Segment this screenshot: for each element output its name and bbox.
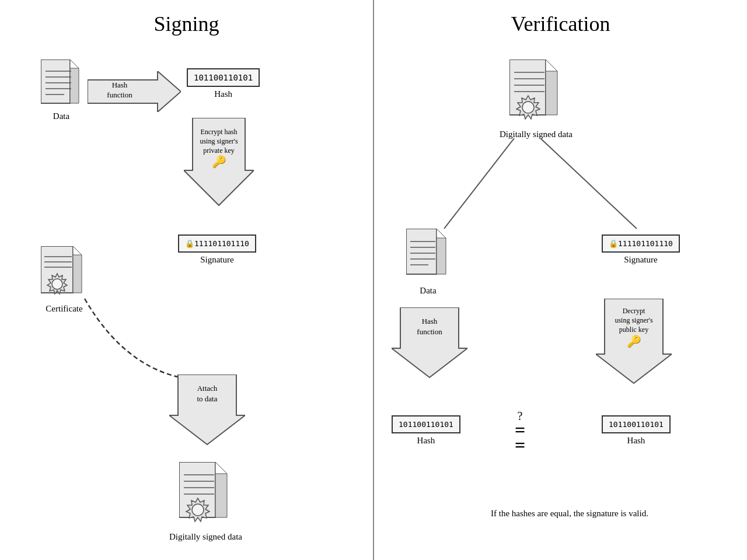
signing-title: Signing <box>12 12 361 36</box>
v-signed-doc-icon <box>509 60 562 124</box>
svg-text:to data: to data <box>197 394 217 403</box>
signing-sig-bits: 111101101110 <box>194 239 249 248</box>
v-data-doc: Data <box>406 229 450 296</box>
v-signature-label: Signature <box>602 255 680 265</box>
signing-signature-container: 🔒111101101110 Signature <box>178 235 256 265</box>
v-data-doc-icon <box>406 229 450 281</box>
svg-line-47 <box>540 138 637 229</box>
signing-data-document: Data <box>41 60 82 121</box>
equals-sign: == <box>500 423 540 453</box>
v-hash-arrow-svg: Hash function <box>392 307 467 383</box>
v-hash2-container: 101100110101 Hash <box>602 415 671 446</box>
svg-text:private key: private key <box>203 146 235 155</box>
svg-marker-30 <box>215 462 227 474</box>
svg-marker-2 <box>70 60 79 68</box>
v-signed-label: Digitally signed data <box>500 130 573 139</box>
svg-point-45 <box>522 102 534 113</box>
signed-doc-icon <box>179 462 232 526</box>
svg-point-23 <box>52 279 62 289</box>
hash-arrow-svg: Hash function <box>88 71 181 112</box>
v-sig-bits: 111101101110 <box>618 239 673 248</box>
decrypt-box-container: Decrypt using signer's public key 🔑 <box>596 299 672 391</box>
svg-text:🔑: 🔑 <box>212 155 226 169</box>
certificate-icon <box>41 246 88 302</box>
certificate-label: Certificate <box>41 304 88 314</box>
verification-title: Verification <box>386 12 735 36</box>
lock-icon-left: 🔒 <box>185 239 194 248</box>
svg-text:using signer's: using signer's <box>200 137 238 145</box>
signing-panel: Signing Data <box>0 0 374 560</box>
svg-marker-48 <box>406 229 437 274</box>
signed-document-left: Digitally signed data <box>169 462 242 542</box>
left-content: Data Hash function 101100110101 Hash <box>12 48 361 560</box>
svg-text:Decrypt: Decrypt <box>623 307 645 315</box>
svg-text:Hash: Hash <box>422 317 438 326</box>
svg-text:using signer's: using signer's <box>615 316 652 324</box>
attach-box-container: Attach to data <box>169 374 245 453</box>
comparison-container: ? == <box>500 410 540 453</box>
svg-text:public key: public key <box>619 326 648 334</box>
svg-point-36 <box>192 504 204 516</box>
hash-function-arrow-left: Hash function <box>88 71 181 114</box>
encrypt-box-container: Encrypt hash using signer's private key … <box>184 118 254 214</box>
svg-text:function: function <box>417 327 442 336</box>
signing-signature-label: Signature <box>178 255 256 265</box>
signing-data-label: Data <box>41 111 82 121</box>
svg-marker-18 <box>73 246 82 255</box>
verification-panel: Verification Digi <box>374 0 747 560</box>
v-hash1-value: 101100110101 <box>392 415 460 433</box>
v-hash2-label: Hash <box>602 436 671 446</box>
decrypt-arrow-svg: Decrypt using signer's public key 🔑 <box>596 299 672 389</box>
svg-line-46 <box>444 138 514 229</box>
verification-signed-doc: Digitally signed data <box>500 60 573 139</box>
v-hash1-label: Hash <box>392 436 460 446</box>
svg-text:🔑: 🔑 <box>627 334 641 348</box>
right-content: Digitally signed data <box>386 48 735 560</box>
svg-text:Hash: Hash <box>112 80 128 89</box>
v-signature-container: 🔒111101101110 Signature <box>602 235 680 265</box>
signing-hash-label: Hash <box>187 89 260 99</box>
encrypt-arrow-svg: Encrypt hash using signer's private key … <box>184 118 254 211</box>
v-hash-function-container: Hash function <box>392 307 467 386</box>
lock-icon-right: 🔒 <box>609 239 618 248</box>
v-hash1-container: 101100110101 Hash <box>392 415 460 446</box>
svg-marker-8 <box>88 71 181 112</box>
signing-signature-value: 🔒111101101110 <box>178 235 256 253</box>
main-container: Signing Data <box>0 0 747 560</box>
svg-text:Attach: Attach <box>197 384 218 393</box>
svg-text:Encrypt hash: Encrypt hash <box>201 128 238 136</box>
svg-text:function: function <box>107 90 132 99</box>
svg-marker-50 <box>437 229 446 238</box>
signing-hash-value: 101100110101 <box>187 68 260 87</box>
conclusion-text: If the hashes are equal, the signature i… <box>397 509 742 519</box>
certificate-container: Certificate <box>41 246 88 314</box>
document-icon <box>41 60 82 109</box>
v-data-label: Data <box>406 286 450 296</box>
svg-marker-0 <box>41 60 70 103</box>
attach-arrow-svg: Attach to data <box>169 374 245 450</box>
signed-label-left: Digitally signed data <box>169 532 242 542</box>
v-signature-value: 🔒111101101110 <box>602 235 680 253</box>
v-hash2-value: 101100110101 <box>602 415 671 433</box>
svg-marker-39 <box>546 60 557 71</box>
signing-hash-box: 101100110101 Hash <box>187 68 260 99</box>
